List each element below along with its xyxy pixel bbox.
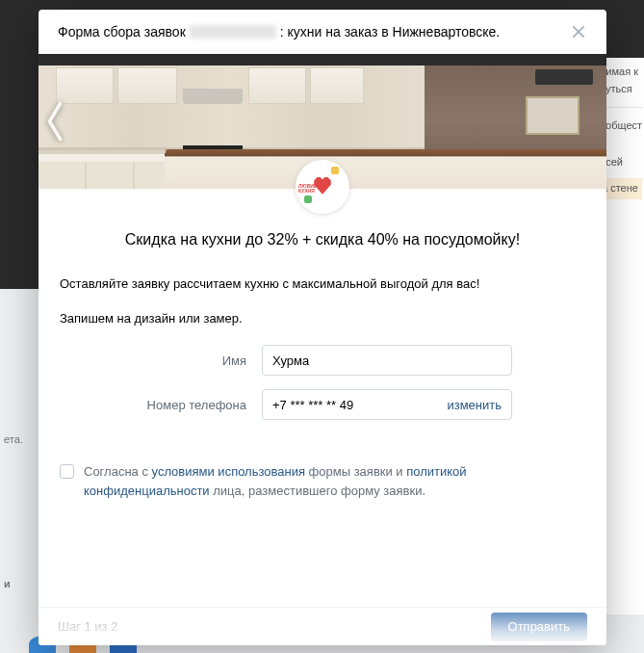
modal-title-suffix: : кухни на заказ в Нижневартовске.: [280, 24, 500, 39]
phone-field: +7 *** *** ** 49 изменить: [262, 389, 512, 420]
consent-fragment: Согласна с: [84, 464, 152, 479]
name-input[interactable]: [262, 345, 512, 376]
consent-fragment: лица, разместившего форму заявки.: [210, 483, 425, 498]
form-paragraph: Запишем на дизайн или замер.: [60, 310, 585, 327]
community-avatar: ЛЮБИМАЯ КУХНЯ: [296, 160, 349, 214]
consent-checkbox[interactable]: [60, 464, 74, 479]
avatar-text: ЛЮБИМАЯ КУХНЯ: [298, 184, 341, 194]
consent-row: Согласна с условиями использования формы…: [60, 462, 585, 538]
consent-text: Согласна с условиями использования формы…: [84, 462, 585, 500]
modal-title-prefix: Форма сбора заявок: [58, 24, 186, 39]
submit-button[interactable]: Отправить: [491, 613, 587, 641]
lead-form-modal: Форма сбора заявок : кухни на заказ в Ни…: [39, 10, 606, 645]
hero-prev-chevron-icon[interactable]: [44, 100, 65, 143]
background-left-col: 1 ета. и: [0, 289, 39, 653]
phone-change-link[interactable]: изменить: [447, 398, 502, 412]
bg-text: ета.: [4, 433, 23, 445]
modal-footer: Шаг 1 из 2 Отправить: [39, 607, 606, 645]
form-row-phone: Номер телефона +7 *** *** ** 49 изменить: [60, 389, 585, 420]
phone-masked-value: +7 *** *** ** 49: [272, 398, 447, 412]
consent-fragment: формы заявки и: [305, 464, 406, 479]
phone-label: Номер телефона: [60, 398, 262, 412]
form-paragraph: Оставляйте заявку рассчитаем кухню с мак…: [60, 275, 585, 293]
form-headline: Скидка на кухни до 32% + скидка 40% на п…: [60, 231, 585, 248]
bg-text: и: [4, 578, 11, 589]
close-icon[interactable]: [570, 23, 587, 40]
modal-content: Скидка на кухни до 32% + скидка 40% на п…: [39, 189, 606, 607]
terms-link[interactable]: условиями использования: [152, 464, 305, 479]
step-indicator: Шаг 1 из 2: [58, 619, 117, 634]
form-row-name: Имя: [60, 345, 585, 376]
name-label: Имя: [60, 353, 262, 368]
modal-header: Форма сбора заявок : кухни на заказ в Ни…: [39, 10, 606, 54]
redacted-brand-name: [190, 25, 276, 39]
